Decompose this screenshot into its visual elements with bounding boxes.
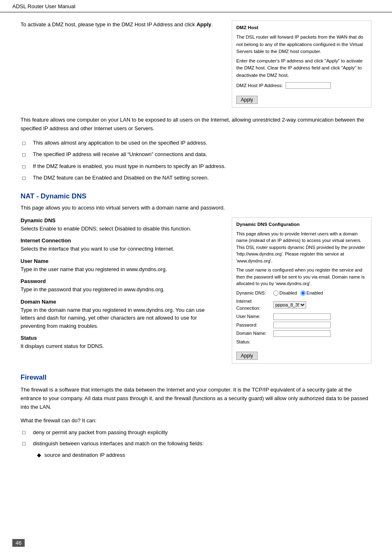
bullet-icon: □ [21, 151, 27, 159]
dns-radio-enabled[interactable] [300, 290, 306, 296]
dns-field-status: Status It displays current status for DD… [21, 335, 219, 350]
dns-password-input[interactable] [273, 322, 331, 328]
dns-field-desc-status: It displays current status for DDNS. [21, 342, 219, 350]
firewall-sub-bullet: ◆ source and destination IP address [37, 451, 371, 459]
dmz-section: To activate a DMZ host, please type in t… [21, 21, 371, 108]
list-item: □ The specified IP address will receive … [21, 150, 371, 159]
dmz-box-para1: The DSL router will forward IP packets f… [236, 34, 367, 55]
list-item: □ distinguish between various interfaces… [21, 440, 371, 448]
bullet-icon: □ [21, 174, 27, 182]
dns-form-row-status: Status: [236, 339, 367, 345]
dns-radio-disabled-label[interactable]: Disabled [273, 290, 297, 297]
dns-form-row-dynamic: Dynamic DNS: Disabled Enabled [236, 290, 367, 297]
dns-right: Dynamic DNS Configuration This page allo… [232, 217, 371, 364]
list-item: □ If the DMZ feature is enabled, you mus… [21, 162, 371, 171]
dmz-ip-label: DMZ Host IP Address: [236, 82, 283, 89]
dns-config-box: Dynamic DNS Configuration This page allo… [232, 217, 371, 364]
bullet-icon: □ [21, 139, 27, 147]
firewall-section: Firewall The firewall is a software that… [21, 373, 371, 459]
dns-radio-enabled-label[interactable]: Enabled [300, 290, 323, 297]
dns-form-row-domain: Domain Name: [236, 330, 367, 337]
dns-config-para2: The user name is configured when you reg… [236, 267, 367, 287]
dns-form-row-pass: Password: [236, 322, 367, 329]
bullet-icon: □ [21, 428, 27, 437]
dmz-left: To activate a DMZ host, please type in t… [21, 21, 219, 108]
nat-dns-heading: NAT - Dynamic DNS [21, 192, 371, 200]
dns-field-password: Password Type in the password that you r… [21, 278, 219, 294]
dns-field-internet-conn: Internet Connection Selects the interfac… [21, 237, 219, 253]
list-item: □ The DMZ feature can be Enabled and Dis… [21, 174, 371, 182]
dmz-info-box: DMZ Host The DSL router will forward IP … [232, 21, 371, 108]
dns-field-label-status: Status [21, 335, 219, 341]
dns-field-desc-user: Type in the user name that you registere… [21, 265, 219, 274]
page-number: 46 [12, 539, 25, 547]
dns-config-title: Dynamic DNS Configuration [236, 221, 367, 228]
dmz-ip-field-row: DMZ Host IP Address: [236, 82, 367, 89]
dns-field-desc-pass: Type in the password that you registered… [21, 286, 219, 294]
firewall-sub-text: source and destination IP address [44, 451, 125, 459]
dns-field-label-inet: Internet Connection [21, 237, 219, 244]
dns-field-label-user: User Name [21, 258, 219, 264]
dns-row-label-conn: InternetConnection: [236, 298, 273, 311]
dmz-apply-button[interactable]: Apply [236, 96, 258, 104]
dns-field-label-pass: Password [21, 278, 219, 284]
bullet-icon: □ [21, 163, 27, 171]
dmz-box-title: DMZ Host [236, 24, 367, 31]
firewall-bullets: □ deny or permit any packet from passing… [21, 428, 371, 448]
dmz-ip-input[interactable] [286, 82, 331, 89]
dns-field-domain: Domain Name Type in the domain name that… [21, 299, 219, 330]
dns-field-desc-domain: Type in the domain name that you registe… [21, 306, 219, 330]
dns-section: Dynamic DNS Selects Enable to enable DDN… [21, 217, 371, 364]
dns-radio-disabled[interactable] [273, 290, 279, 296]
dns-connection-select[interactable]: pppoa_8_35 [273, 301, 306, 309]
main-content: To activate a DMZ host, please type in t… [0, 12, 392, 471]
list-item: □ deny or permit any packet from passing… [21, 428, 371, 437]
bullet-icon: □ [21, 440, 27, 448]
dns-field-label-domain: Domain Name [21, 299, 219, 305]
dns-radio-group: Disabled Enabled [273, 290, 323, 297]
dmz-feature-intro: This feature allows one computer on your… [21, 116, 371, 133]
dns-field-desc-inet: Selects the interface that you want to u… [21, 245, 219, 253]
dmz-intro-text: To activate a DMZ host, please type in t… [21, 21, 219, 29]
dns-form-row-user: User Name: [236, 313, 367, 320]
page-header: ADSL Router User Manual [0, 0, 392, 12]
dns-row-label-domain: Domain Name: [236, 330, 273, 337]
page-container: ADSL Router User Manual To activate a DM… [0, 0, 392, 555]
list-item: □ This allows almost any application to … [21, 139, 371, 147]
firewall-what: What the firewall can do? It can: [21, 417, 371, 424]
dmz-right: DMZ Host The DSL router will forward IP … [232, 21, 371, 108]
dns-config-para1: This page allows you to provide Internet… [236, 230, 367, 265]
dns-username-input[interactable] [273, 313, 331, 320]
firewall-intro: The firewall is a software that interrup… [21, 386, 371, 411]
dns-row-label-dynamic: Dynamic DNS: [236, 290, 273, 297]
dns-field-dynamic-dns: Dynamic DNS Selects Enable to enable DDN… [21, 217, 219, 233]
dns-field-username: User Name Type in the user name that you… [21, 258, 219, 274]
dns-row-label-user: User Name: [236, 313, 273, 320]
dmz-feature-bullets: □ This allows almost any application to … [21, 139, 371, 182]
dns-domain-input[interactable] [273, 330, 331, 337]
dmz-feature-section: This feature allows one computer on your… [21, 116, 371, 182]
dns-left: Dynamic DNS Selects Enable to enable DDN… [21, 217, 219, 364]
header-title: ADSL Router User Manual [12, 3, 75, 9]
dns-field-desc-dynamic: Selects Enable to enable DDNS; select Di… [21, 225, 219, 233]
dns-row-label-status: Status: [236, 339, 273, 345]
dns-row-label-pass: Password: [236, 322, 273, 329]
firewall-heading: Firewall [21, 373, 371, 382]
diamond-icon: ◆ [37, 451, 41, 459]
dmz-box-para2: Enter the computer's IP address and clic… [236, 58, 367, 79]
page-footer: 46 [12, 539, 25, 547]
dns-field-label-dynamic: Dynamic DNS [21, 217, 219, 223]
dns-form-row-conn: InternetConnection: pppoa_8_35 [236, 298, 367, 311]
nat-dns-intro: This page allows you to access into virt… [21, 205, 371, 211]
dns-apply-button[interactable]: Apply [236, 352, 258, 360]
